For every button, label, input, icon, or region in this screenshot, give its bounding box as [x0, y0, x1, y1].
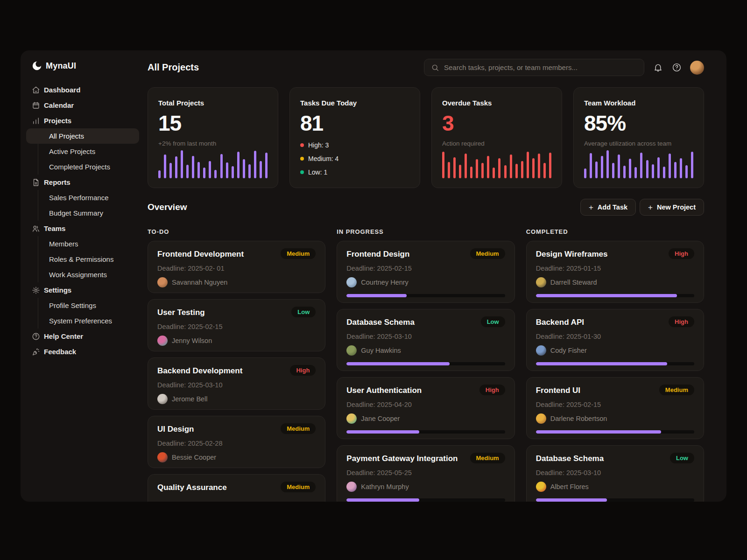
search-input[interactable] [424, 59, 644, 76]
bar-chart-icon [32, 117, 40, 125]
notifications-button[interactable] [653, 63, 663, 73]
main-content: All Projects Total Projects 15 +2% from … [148, 50, 726, 502]
search-field[interactable] [444, 63, 637, 71]
priority-badge: Medium [659, 385, 694, 395]
help-button[interactable] [671, 63, 682, 73]
task-card-user-testing[interactable]: User Testing Low Deadline: 2025-02-15 Je… [148, 299, 325, 351]
avatar [157, 336, 168, 346]
task-card-payment-gateway-integration[interactable]: Payment Gateway Integration Medium Deadl… [337, 445, 514, 502]
sidebar-item-help-center[interactable]: Help Center [26, 329, 139, 344]
sidebar-item-label: Active Projects [49, 147, 95, 155]
stat-subtitle: Average utilization across team [584, 140, 693, 147]
assignee-name: Kathryn Murphy [361, 483, 409, 490]
stat-title: Overdue Tasks [442, 99, 551, 107]
sidebar-item-members[interactable]: Members [26, 236, 139, 252]
stat-card-team-workload: Team Workload 85% Average utilization ac… [573, 87, 704, 188]
sparkline-chart [584, 150, 693, 178]
task-title: Payment Gateway Integration [346, 454, 470, 464]
task-card-design-wireframes[interactable]: Design Wireframes High Deadline: 2025-01… [526, 241, 704, 303]
sidebar-item-profile-settings[interactable]: Profile Settings [26, 298, 139, 313]
column-cards: Frontend Development Medium Deadline: 20… [148, 241, 325, 502]
task-card-backend-development[interactable]: Backend Development High Deadline: 2025-… [148, 357, 325, 410]
column-completed: COMPLETED Design Wireframes High Deadlin… [526, 228, 704, 502]
task-card-frontend-ui[interactable]: Frontend UI Medium Deadline: 2025-02-15 … [526, 377, 704, 439]
task-card-backend-api[interactable]: Backend API High Deadline: 2025-01-30 Co… [526, 309, 704, 371]
task-deadline: Deadline: 2025-05-25 [346, 468, 505, 477]
priority-dot [300, 157, 304, 161]
task-card-database-schema[interactable]: Database Schema Low Deadline: 2025-03-10… [337, 309, 514, 371]
sidebar-item-completed-projects[interactable]: Completed Projects [26, 159, 139, 175]
progress-bar [346, 362, 505, 365]
priority-badge: High [669, 316, 694, 327]
progress-fill [536, 362, 668, 365]
task-card-ui-design[interactable]: UI Design Medium Deadline: 2025-02-28 Be… [148, 416, 325, 468]
priority-badge: High [290, 365, 316, 376]
task-card-database-schema[interactable]: Database Schema Low Deadline: 2025-03-10… [526, 445, 704, 502]
stat-title: Tasks Due Today [300, 99, 409, 107]
sidebar-item-label: Settings [44, 286, 71, 294]
sidebar-item-feedback[interactable]: Feedback [26, 344, 139, 359]
plus-icon: + [589, 203, 593, 211]
party-icon [32, 348, 40, 356]
assignee-name: Albert Flores [550, 483, 589, 490]
task-card-user-authentication[interactable]: User Authentication High Deadline: 2025-… [337, 377, 514, 439]
sidebar-item-teams[interactable]: Teams [26, 221, 139, 236]
sidebar-item-all-projects[interactable]: All Projects [26, 128, 139, 144]
sidebar-item-system-preferences[interactable]: System Preferences [26, 313, 139, 329]
brand-name: MynaUI [46, 61, 76, 71]
sidebar-item-label: Profile Settings [49, 301, 96, 309]
sidebar-item-work-assignments[interactable]: Work Assignments [26, 267, 139, 282]
sidebar-item-projects[interactable]: Projects [26, 113, 139, 128]
progress-fill [346, 294, 407, 297]
priority-dot [300, 170, 304, 174]
task-card-frontend-design[interactable]: Frontend Design Medium Deadline: 2025-02… [337, 241, 514, 303]
column-in-progress: IN PROGRESS Frontend Design Medium Deadl… [337, 228, 514, 502]
stat-card-overdue-tasks: Overdue Tasks 3 Action required [431, 87, 562, 188]
priority-badge: Medium [470, 248, 505, 259]
progress-bar [536, 430, 694, 434]
new-project-button[interactable]: + New Project [640, 199, 704, 216]
user-avatar[interactable] [690, 61, 704, 75]
assignee-name: Jenny Wilson [172, 337, 212, 344]
task-deadline: Deadline: 2025-01-15 [536, 264, 694, 273]
priority-badge: Low [291, 307, 316, 317]
task-deadline: Deadline: 2025-03-10 [157, 380, 316, 390]
brand-logo-icon [32, 61, 42, 71]
breakdown-row: Medium: 4 [300, 155, 409, 162]
sidebar-item-label: Budget Summary [49, 209, 103, 217]
task-card-quality-assurance[interactable]: Quality Assurance Medium [148, 474, 325, 502]
progress-bar [346, 430, 505, 434]
task-title: UI Design [157, 424, 281, 434]
sidebar-item-label: Sales Performance [49, 194, 109, 202]
sidebar-item-dashboard[interactable]: Dashboard [26, 82, 139, 98]
avatar [536, 413, 546, 424]
sidebar-item-reports[interactable]: Reports [26, 175, 139, 190]
priority-dot [300, 143, 304, 147]
kanban-board: TO-DO Frontend Development Medium Deadli… [148, 228, 704, 502]
task-title: Frontend Design [346, 249, 470, 259]
progress-bar [536, 294, 694, 297]
sidebar-item-budget-summary[interactable]: Budget Summary [26, 205, 139, 221]
sidebar-item-label: Feedback [44, 348, 76, 356]
sidebar-item-active-projects[interactable]: Active Projects [26, 144, 139, 159]
avatar [346, 277, 357, 287]
sidebar-item-sales-performance[interactable]: Sales Performance [26, 190, 139, 205]
topbar-actions [424, 59, 704, 76]
stat-breakdown: High: 3 Medium: 4 Low: 1 [300, 141, 409, 176]
sparkline-chart [158, 150, 268, 178]
task-title: Quality Assurance [157, 483, 281, 493]
progress-bar [536, 362, 694, 365]
sidebar-item-label: Help Center [44, 332, 83, 340]
assignee-name: Bessie Cooper [172, 454, 216, 461]
topbar: All Projects [148, 59, 704, 76]
sidebar-item-label: Calendar [44, 101, 74, 109]
avatar [536, 277, 546, 287]
sidebar-item-settings[interactable]: Settings [26, 282, 139, 298]
add-task-button[interactable]: + Add Task [580, 199, 636, 216]
progress-fill [346, 430, 419, 434]
sidebar-item-roles-permissions[interactable]: Roles & Permissions [26, 252, 139, 267]
task-card-frontend-development[interactable]: Frontend Development Medium Deadline: 20… [148, 241, 325, 293]
sidebar-item-calendar[interactable]: Calendar [26, 98, 139, 113]
sidebar-item-label: System Preferences [49, 317, 112, 325]
task-deadline: Deadline: 2025-02- 01 [157, 264, 316, 273]
